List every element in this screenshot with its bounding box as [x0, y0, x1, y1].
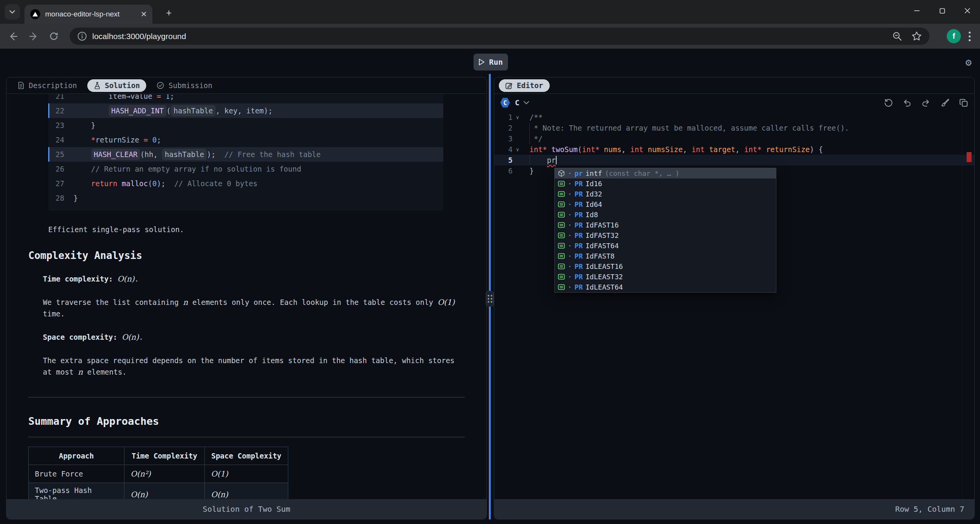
- solution-code-line-26: 26 // Return an empty array if no soluti…: [48, 162, 443, 176]
- text-snippet-icon: [558, 263, 565, 270]
- suggest-item-PRId16[interactable]: ·PRId16: [555, 178, 776, 189]
- table-header: Space Complexity: [205, 447, 288, 465]
- section-heading: Complexity Analysis: [28, 250, 465, 261]
- reset-icon[interactable]: [884, 98, 893, 107]
- summary-table: ApproachTime ComplexitySpace ComplexityB…: [28, 447, 288, 499]
- zoom-out-icon[interactable]: [892, 31, 902, 41]
- editor-line-3[interactable]: 3 */: [494, 133, 974, 144]
- text-snippet-icon: [558, 221, 565, 229]
- chevron-down-icon: [9, 10, 15, 14]
- editor-line-5[interactable]: 5 pr: [494, 155, 974, 165]
- left-panel-footer: Solution of Two Sum: [7, 499, 487, 519]
- solution-code-block: 21 item→value = 1;22 HASH_ADD_INT(hashTa…: [48, 94, 443, 211]
- back-button[interactable]: [5, 29, 21, 44]
- divider: [28, 397, 465, 398]
- editor-line-1[interactable]: 1∨/**: [494, 112, 974, 123]
- suggest-item-PRIdFAST8[interactable]: ·PRIdFAST8: [555, 251, 776, 261]
- solution-code-line-24: 24 *returnSize = 0;: [48, 133, 443, 147]
- language-label: C: [515, 98, 519, 107]
- text-snippet-icon: [558, 211, 565, 218]
- module-cube-icon: [558, 170, 565, 177]
- paragraph: Efficient single-pass solution.: [48, 225, 465, 234]
- tab-close-icon[interactable]: ✕: [140, 10, 147, 19]
- table-cell: O(1): [205, 465, 288, 483]
- run-button-label: Run: [489, 57, 503, 67]
- text-snippet-icon: [558, 232, 565, 239]
- text-snippet-icon: [558, 180, 565, 187]
- table-header: Time Complexity: [124, 447, 205, 465]
- undo-icon[interactable]: [903, 98, 911, 107]
- editor-line-2[interactable]: 2 * Note: The returned array must be mal…: [494, 123, 974, 133]
- browser-tab[interactable]: monaco-editor-lsp-next ✕: [24, 5, 152, 24]
- split-drag-handle[interactable]: [486, 291, 494, 307]
- workspace: DescriptionSolutionSubmission 21 item→va…: [6, 77, 975, 519]
- suggest-item-PRId8[interactable]: ·PRId8: [555, 210, 776, 220]
- suggest-item-PRIdFAST16[interactable]: ·PRIdFAST16: [555, 220, 776, 230]
- paragraph: We traverse the list containing n elemen…: [43, 296, 456, 319]
- table-cell: O(n): [124, 483, 205, 499]
- suggest-item-PRIdLEAST32[interactable]: ·PRIdLEAST32: [555, 272, 776, 282]
- suggest-item-PRIdFAST64[interactable]: ·PRIdFAST64: [555, 241, 776, 251]
- url-text[interactable]: localhost:3000/playground: [92, 32, 887, 41]
- text-snippet-icon: [558, 283, 565, 291]
- suggest-item-PRId64[interactable]: ·PRId64: [555, 199, 776, 210]
- text-snippet-icon: [558, 190, 565, 198]
- tab-editor-label: Editor: [517, 81, 543, 90]
- table-row: Brute ForceO(n²)O(1): [29, 465, 288, 483]
- tab-description[interactable]: Description: [11, 79, 83, 92]
- tab-title: monaco-editor-lsp-next: [45, 10, 136, 18]
- text-snippet-icon: [558, 273, 565, 280]
- solution-code-line-23: 23 }: [48, 118, 443, 133]
- window-maximize-button[interactable]: [929, 0, 955, 21]
- solution-panel: DescriptionSolutionSubmission 21 item→va…: [6, 77, 487, 519]
- suggest-item-PRId32[interactable]: ·PRId32: [555, 189, 776, 199]
- window-close-button[interactable]: [955, 0, 980, 21]
- left-footer-text: Solution of Two Sum: [203, 504, 291, 514]
- table-row: Two-pass Hash TableO(n)O(n): [29, 483, 288, 499]
- settings-gear-icon[interactable]: ⚙: [965, 56, 972, 68]
- suggest-item-printf[interactable]: ·printf(const char *, … ): [555, 168, 776, 178]
- bookmark-star-icon[interactable]: [911, 31, 922, 41]
- table-cell: O(n): [205, 483, 288, 499]
- c-language-icon: C: [500, 98, 510, 108]
- solution-markdown: Efficient single-pass solution.Complexit…: [28, 225, 465, 437]
- suggest-item-PRIdLEAST16[interactable]: ·PRIdLEAST16: [555, 261, 776, 272]
- reload-button[interactable]: [46, 29, 61, 44]
- redo-icon[interactable]: [921, 98, 930, 107]
- new-tab-button[interactable]: +: [162, 6, 175, 19]
- autocomplete-dropdown: ·printf(const char *, … )·PRId16·PRId32·…: [554, 168, 776, 293]
- solution-code-line-22: 22 HASH_ADD_INT(hashTable, key, item);: [48, 103, 443, 118]
- section-heading: Summary of Approaches: [28, 415, 465, 437]
- site-favicon-icon: [30, 9, 40, 19]
- url-bar[interactable]: localhost:3000/playground: [70, 28, 929, 45]
- text-snippet-icon: [558, 242, 565, 249]
- code-editor[interactable]: 1∨/**2 * Note: The returned array must b…: [494, 112, 974, 499]
- profile-avatar[interactable]: f: [947, 29, 961, 43]
- editor-panel-tabs: Editor: [494, 77, 974, 94]
- solution-document[interactable]: 21 item→value = 1;22 HASH_ADD_INT(hashTa…: [7, 94, 487, 499]
- tab-editor[interactable]: Editor: [499, 79, 550, 92]
- copy-icon[interactable]: [959, 98, 968, 107]
- run-button[interactable]: Run: [474, 54, 508, 70]
- tab-submission[interactable]: Submission: [150, 79, 219, 92]
- editor-line-4[interactable]: 4∨int* twoSum(int* nums, int numsSize, i…: [494, 144, 974, 155]
- text-snippet-icon: [558, 252, 565, 260]
- text-snippet-icon: [558, 201, 565, 208]
- text-cursor: [556, 156, 557, 164]
- solution-code-line-21: 21 item→value = 1;: [48, 94, 443, 103]
- format-brush-icon[interactable]: [940, 98, 949, 107]
- forward-button[interactable]: [26, 29, 41, 44]
- browser-menu-kebab-icon[interactable]: [962, 29, 977, 44]
- tab-search-button[interactable]: [5, 4, 20, 20]
- paragraph: The extra space required depends on the …: [43, 355, 456, 378]
- cursor-position-text: Row 5, Column 7: [895, 504, 964, 514]
- language-chevron-down-icon[interactable]: [523, 101, 529, 105]
- suggest-item-PRIdLEAST64[interactable]: ·PRIdLEAST64: [555, 282, 776, 292]
- tab-solution[interactable]: Solution: [87, 79, 147, 92]
- window-minimize-button[interactable]: [904, 0, 929, 21]
- browser-tabstrip: monaco-editor-lsp-next ✕ +: [0, 0, 980, 24]
- site-info-icon[interactable]: [77, 31, 87, 41]
- suggest-item-PRIdFAST32[interactable]: ·PRIdFAST32: [555, 230, 776, 241]
- check-circle-icon: [157, 82, 164, 89]
- table-header: Approach: [29, 447, 124, 465]
